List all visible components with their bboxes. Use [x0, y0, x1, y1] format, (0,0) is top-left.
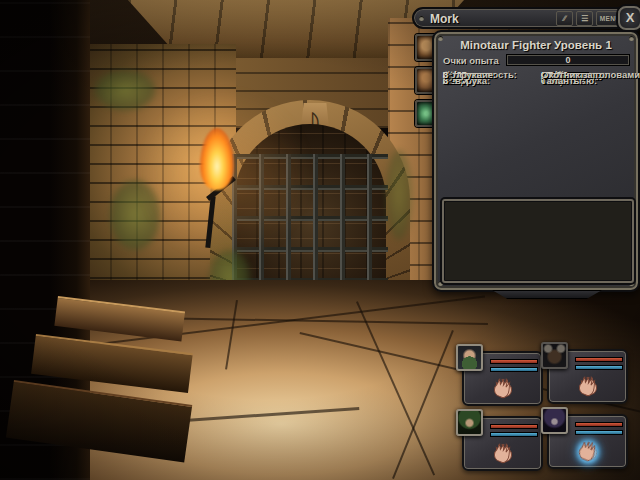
header-icon-button-1[interactable]: ∕∕ [556, 11, 573, 26]
health-bar [490, 424, 538, 429]
health-bar [575, 357, 623, 362]
header-icon-button-2[interactable]: ☰ [576, 11, 593, 26]
panel-bottom-bracket [492, 290, 602, 299]
inventory-slot[interactable] [444, 201, 446, 203]
party-portrait[interactable] [456, 409, 483, 436]
health-bar [490, 359, 538, 364]
experience-label: Очки опыта [443, 55, 499, 66]
party-portrait[interactable] [541, 342, 568, 369]
inventory-grid [442, 199, 634, 283]
trait-item: Охотник за головами [541, 70, 640, 80]
party-member-panel [462, 351, 543, 406]
experience-bar: 0 [506, 54, 630, 66]
character-sheet-header: Mork ∕∕ ☰ MENU X [412, 7, 640, 29]
rivet [419, 16, 424, 21]
accuracy-value: 3 [443, 70, 448, 80]
party-member-panel [547, 349, 628, 404]
game-screen: ᚢ Mork ∕∕ ☰ MENU X [0, 0, 640, 480]
right-hand-slot[interactable] [577, 373, 599, 397]
party-member-panel [547, 414, 628, 469]
character-name: Mork [430, 12, 459, 26]
right-hand-slot[interactable] [577, 438, 599, 462]
sheet-title: Minotaur Fighter Уровень 1 [434, 39, 638, 51]
right-hand-slot[interactable] [492, 440, 514, 464]
close-button[interactable]: X [618, 6, 640, 30]
party-member-panel [462, 416, 543, 471]
moss-patch [95, 70, 155, 110]
character-sheet-panel: Minotaur Fighter Уровень 1 Очки опыта 0 … [432, 30, 640, 292]
moss-patch [386, 150, 412, 240]
party-portrait[interactable] [541, 407, 568, 434]
right-hand-slot[interactable] [492, 375, 514, 399]
party-portrait[interactable] [456, 344, 483, 371]
health-bar [575, 422, 623, 427]
